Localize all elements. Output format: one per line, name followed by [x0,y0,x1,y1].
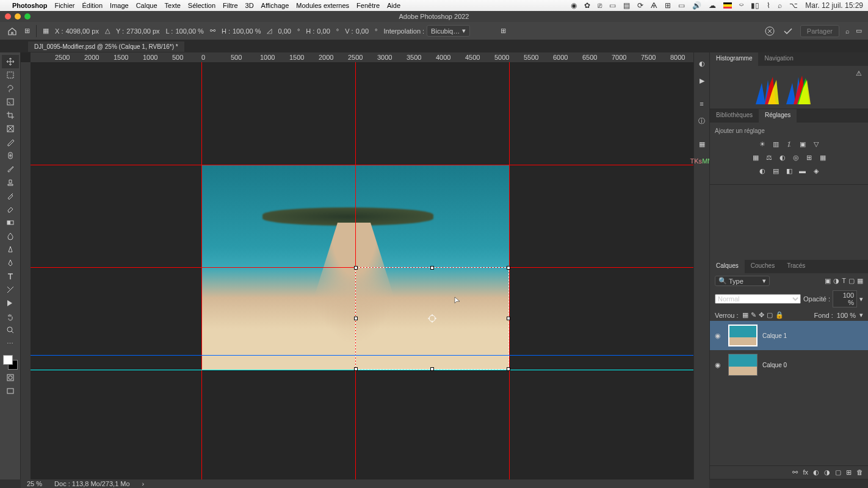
rotation-value[interactable]: 0,00 [278,27,291,35]
eraser-tool[interactable] [2,203,19,216]
delete-icon[interactable]: 🗑 [856,468,863,476]
brush-tool[interactable] [2,162,19,176]
ruler-vertical[interactable] [21,62,31,479]
transform-mode-icon[interactable]: ⊞ [24,27,30,35]
y-value[interactable]: 2730,00 px [126,27,159,35]
tab-channels[interactable]: Couches [745,260,781,273]
home-icon[interactable] [6,25,18,37]
frame-tool[interactable] [2,122,19,135]
status-icon[interactable]: ▤ [623,1,630,10]
filter-adjust-icon[interactable]: ◑ [833,277,839,285]
tab-navigation[interactable]: Navigation [758,52,799,66]
lasso-tool[interactable] [2,82,19,95]
tab-libraries[interactable]: Bibliothèques [710,109,759,123]
workspace-icon[interactable]: ▭ [856,27,862,35]
edit-toolbar[interactable]: ⋯ [2,337,19,350]
transform-handle[interactable] [354,367,358,371]
quickmask-tool[interactable] [2,371,19,384]
x-value[interactable]: 4098,00 px [65,27,98,35]
dock-icon[interactable]: ◐ [696,57,708,70]
filter-type-icon[interactable]: T [842,277,846,285]
lock-artboard-icon[interactable]: ▢ [767,311,773,319]
transform-handle[interactable] [507,266,510,270]
cancel-icon[interactable] [764,25,776,37]
visibility-icon[interactable]: ◉ [715,361,723,369]
eyedropper-tool[interactable] [2,135,19,149]
status-icon[interactable]: ▭ [678,1,685,10]
layer-thumbnail[interactable] [728,354,758,376]
warp-icon[interactable]: ⊞ [501,27,506,35]
layer-row[interactable]: ◉ Calque 1 [710,321,868,350]
search-icon[interactable]: ⌕ [845,27,850,35]
transform-handle[interactable] [507,317,510,320]
mask-icon[interactable]: ◐ [813,468,819,476]
levels-icon[interactable]: ▥ [771,139,781,149]
status-icon[interactable]: ⟳ [637,1,643,10]
dock-icon[interactable]: ▦ [696,138,708,150]
heal-tool[interactable] [2,149,19,162]
link-layers-icon[interactable]: ⚯ [792,468,798,476]
zoom-tool[interactable] [2,323,19,337]
vskew-value[interactable]: 0,00 [356,27,369,35]
lock-all-icon[interactable]: 🔒 [775,311,784,319]
hskew-value[interactable]: 0,00 [317,27,330,35]
menu-3d[interactable]: 3D [245,2,254,9]
filter-smart-icon[interactable]: ▦ [857,277,863,285]
status-icon[interactable]: ◉ [571,1,577,10]
menu-selection[interactable]: Sélection [188,2,215,9]
menu-edit[interactable]: Édition [82,2,103,9]
blur-tool[interactable] [2,229,19,243]
status-icon[interactable]: 🔊 [692,1,701,10]
interp-dropdown[interactable]: Bicubiq…▾ [427,25,470,37]
menu-plugins[interactable]: Modules externes [296,2,349,9]
curves-icon[interactable]: ⁒ [784,139,794,149]
transform-handle[interactable] [354,266,358,270]
document-tab[interactable]: DJI_0095-Modifier.psd @ 25% (Calque 1, R… [28,41,184,52]
invert-icon[interactable]: ◐ [758,166,767,176]
h-value[interactable]: 100,00 % [233,27,261,35]
dodge-tool[interactable] [2,243,19,256]
type-tool[interactable] [2,270,19,283]
menu-text[interactable]: Texte [165,2,181,9]
battery-icon[interactable]: ▮▯ [751,1,759,10]
transform-handle[interactable] [430,266,434,270]
search-icon[interactable]: ⌕ [778,1,782,10]
fx-icon[interactable]: fx [803,468,808,476]
layer-name[interactable]: Calque 0 [762,362,787,368]
dock-tks-label[interactable]: TKsMM [696,155,708,167]
share-button[interactable]: Partager [800,25,839,37]
layer-row[interactable]: ◉ Calque 0 [710,350,868,379]
lock-pixels-icon[interactable]: ▦ [742,311,748,319]
w-value[interactable]: 100,00 % [175,27,203,35]
tab-adjustments[interactable]: Réglages [759,109,797,123]
adjustment-icon[interactable]: ◑ [824,468,830,476]
layer-name[interactable]: Calque 1 [762,332,787,339]
path-tool[interactable] [2,283,19,296]
menu-image[interactable]: Image [110,2,129,9]
dock-icon[interactable]: ≡ [696,98,708,110]
transform-box[interactable] [355,267,509,370]
gradientmap-icon[interactable]: ▬ [798,166,808,176]
tab-histogram[interactable]: Histogramme [710,52,758,66]
hand-tool[interactable] [2,310,19,323]
dock-icon[interactable]: ▶ [696,74,708,87]
selectivecolor-icon[interactable]: ◈ [811,166,821,176]
status-icon[interactable]: ▭ [609,1,616,10]
reference-point-icon[interactable]: ▦ [43,27,49,35]
hue-icon[interactable]: ▦ [751,152,761,162]
menu-filter[interactable]: Filtre [223,2,237,9]
layer-thumbnail[interactable] [728,325,758,346]
posterize-icon[interactable]: ▤ [771,166,781,176]
transform-handle[interactable] [354,317,358,320]
stamp-tool[interactable] [2,176,19,189]
transform-handle[interactable] [507,367,510,371]
lock-brush-icon[interactable]: ✎ [751,311,756,319]
filter-image-icon[interactable]: ▣ [825,277,831,285]
status-icon[interactable]: ✿ [584,1,590,10]
guide-vertical[interactable] [201,62,202,479]
vibrance-icon[interactable]: ▽ [811,139,821,149]
photofilter-icon[interactable]: ◎ [791,152,801,162]
app-menu[interactable]: Photoshop [12,2,47,9]
layer-filter-dropdown[interactable]: 🔍Type▾ [715,276,770,286]
color-swatches[interactable] [2,354,19,371]
